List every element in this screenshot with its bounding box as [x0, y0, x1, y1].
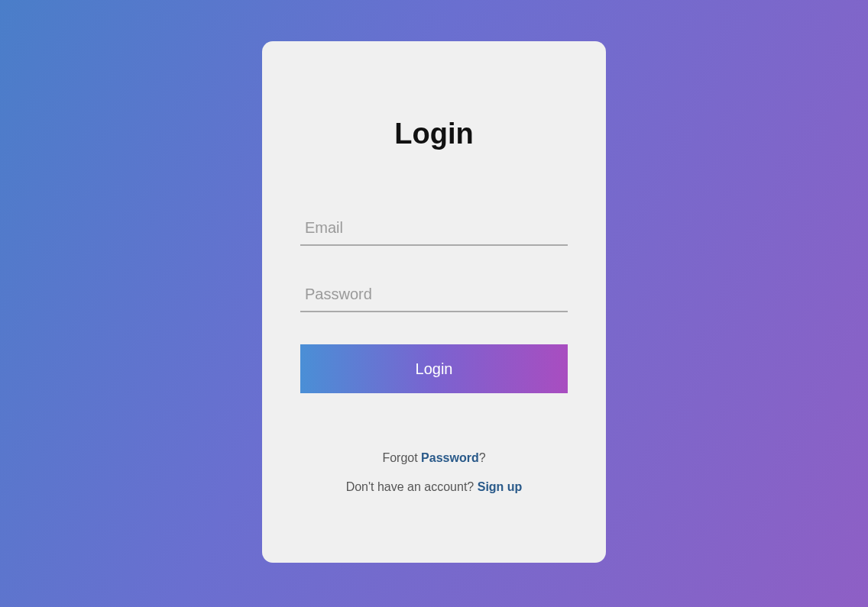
- signup-link[interactable]: Sign up: [478, 480, 523, 493]
- signup-prefix: Don't have an account?: [346, 480, 478, 493]
- login-button[interactable]: Login: [300, 344, 568, 393]
- login-title: Login: [394, 118, 473, 150]
- forgot-suffix: ?: [479, 451, 486, 464]
- forgot-password-link[interactable]: Password: [421, 451, 479, 464]
- forgot-password-row: Forgot Password?: [382, 451, 485, 465]
- password-input[interactable]: [300, 278, 568, 312]
- email-input[interactable]: [300, 211, 568, 246]
- bottom-links: Forgot Password? Don't have an account? …: [346, 451, 523, 494]
- login-card: Login Login Forgot Password? Don't have …: [262, 41, 606, 563]
- signup-row: Don't have an account? Sign up: [346, 480, 523, 494]
- email-input-group: [300, 211, 568, 246]
- password-input-group: [300, 278, 568, 312]
- forgot-prefix: Forgot: [382, 451, 421, 464]
